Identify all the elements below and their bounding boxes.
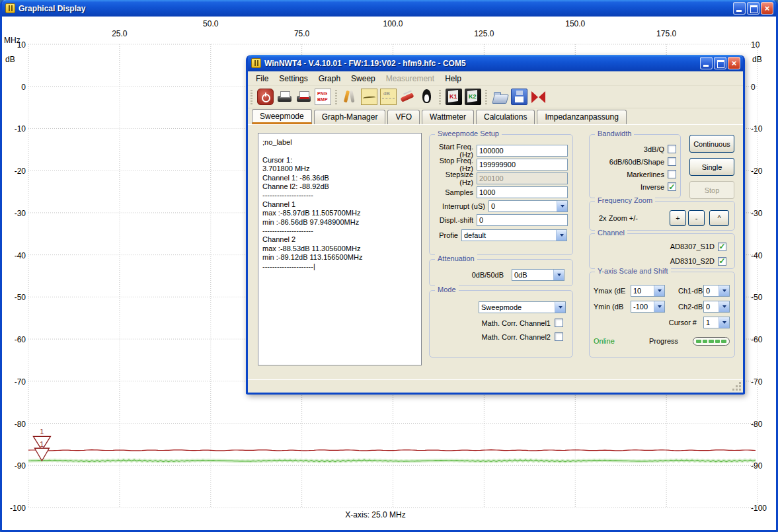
toolbar-drag-handle[interactable] (485, 90, 487, 104)
3db-q-checkbox[interactable]: ✓ (668, 145, 676, 153)
info-line: ---------------------| (262, 262, 417, 271)
dropdown-arrow-icon[interactable] (553, 270, 564, 280)
toolbar-drag-handle[interactable] (439, 90, 441, 104)
menu-help[interactable]: Help (440, 73, 467, 85)
math-corr-channel1-checkbox[interactable]: ✓ (555, 319, 563, 327)
graph-window-icon[interactable] (361, 89, 377, 105)
check-mark-icon: ✓ (668, 184, 675, 190)
graphical-display-title: Graphical Display (19, 4, 733, 13)
dropdown-arrow-icon[interactable] (654, 285, 664, 296)
displ-shift-input[interactable] (477, 214, 568, 226)
zoom-out-button[interactable]: - (688, 210, 705, 226)
settings-wrench-icon[interactable] (342, 89, 358, 105)
y-axis-unit-label-right: dB (752, 55, 762, 64)
stop-freq-input[interactable] (477, 159, 568, 171)
cursor1-marker-channel2[interactable] (34, 448, 49, 461)
x-axis-tick: 150.0 (559, 19, 592, 28)
mode-select[interactable]: Sweepmode (479, 301, 566, 313)
tools-knife-icon[interactable] (399, 89, 416, 105)
tab-graph-manager[interactable]: Graph-Manager (314, 110, 386, 124)
measurement-info-panel[interactable]: ;no_label Cursor 1:3.701800 MHzChannel 1… (258, 133, 422, 365)
tab-wattmeter[interactable]: Wattmeter (422, 110, 474, 124)
menu-file[interactable]: File (251, 73, 274, 85)
math-corr-channel2-checkbox[interactable]: ✓ (555, 332, 563, 341)
open-folder-icon[interactable] (492, 89, 508, 105)
dropdown-arrow-icon[interactable] (557, 201, 567, 211)
dropdown-arrow-icon[interactable] (556, 230, 566, 241)
zoom-factor-label: 2x Zoom +/- (599, 214, 668, 222)
calibrate-k1-icon[interactable] (446, 89, 462, 105)
progress-bar (693, 337, 730, 346)
bandwidth-row: Inverse✓ (590, 180, 680, 193)
toolbar-drag-handle[interactable] (251, 90, 253, 104)
menu-settings[interactable]: Settings (274, 73, 313, 85)
export-image-icon[interactable] (315, 89, 331, 105)
profile-select[interactable]: default (461, 229, 567, 241)
dropdown-arrow-icon[interactable] (719, 285, 729, 296)
attenuation-label: 0dB/50dB (472, 271, 504, 279)
ymax-select[interactable]: 10 (631, 285, 665, 297)
ymin-select[interactable]: -100 (631, 301, 665, 313)
ch2-shift-select[interactable]: 0 (703, 301, 730, 313)
dropdown-arrow-icon[interactable] (654, 301, 664, 312)
print-color-icon[interactable] (295, 89, 312, 105)
minimize-button[interactable] (733, 2, 746, 15)
dropdown-arrow-icon[interactable] (555, 302, 565, 313)
toolbar-drag-handle[interactable] (335, 90, 337, 104)
db-scale-icon[interactable] (380, 89, 397, 105)
cursor-number-select[interactable]: 1 (703, 317, 730, 328)
bandwidth-label: 3dB/Q (644, 145, 664, 153)
ch1-shift-select[interactable]: 0 (703, 285, 730, 297)
ad8307-s1d-checkbox[interactable]: ✓ (718, 243, 726, 251)
continuous-button[interactable]: Continuous (689, 135, 734, 153)
markerlines-checkbox[interactable]: ✓ (668, 170, 676, 178)
winnwt4-titlebar[interactable]: WinNWT4 - V.4.10.01 - FW:1.19:V02 - hfm9… (248, 55, 743, 71)
resize-grip[interactable] (732, 382, 741, 391)
math-corr-channel2-label: Math. Corr. Channel2 (481, 333, 551, 341)
tab-impedanzanpassung[interactable]: Impedanzanpassung (537, 110, 626, 124)
minimize-button[interactable] (700, 57, 713, 69)
tab-sweepmode[interactable]: Sweepmode (252, 109, 312, 124)
samples-input[interactable] (477, 186, 568, 198)
interrupt-select[interactable]: 0 (488, 200, 568, 212)
disconnect-icon[interactable] (530, 89, 547, 105)
y-axis-tick-right: -90 (751, 461, 773, 471)
calibrate-k2-icon[interactable] (465, 89, 481, 105)
math-corr-channel1-label: Math. Corr. Channel1 (481, 319, 551, 327)
y-axis-tick-right: -60 (751, 335, 773, 344)
zoom-reset-button[interactable]: ^ (709, 210, 729, 226)
close-button[interactable]: × (761, 2, 773, 15)
toolbar-group (483, 86, 548, 108)
start-freq-input[interactable] (477, 145, 568, 157)
6db-60db-shape-checkbox[interactable]: ✓ (668, 157, 676, 166)
y-axis-tick-left: -20 (3, 167, 26, 176)
ad8310-s2d-checkbox[interactable]: ✓ (718, 257, 726, 266)
maximize-button[interactable] (747, 2, 759, 15)
power-icon[interactable] (257, 89, 274, 105)
menu-sweep[interactable]: Sweep (346, 73, 381, 85)
menu-graph[interactable]: Graph (313, 73, 346, 85)
print-icon[interactable] (276, 89, 293, 105)
tab-calculations[interactable]: Calculations (476, 110, 535, 124)
dropdown-arrow-icon[interactable] (719, 301, 729, 312)
inverse-checkbox[interactable]: ✓ (668, 182, 676, 191)
graphical-display-titlebar[interactable]: Graphical Display × (2, 0, 776, 17)
channel-group: Channel AD8307_S1D✓AD8310_S2D✓ (589, 233, 735, 269)
single-button[interactable]: Single (689, 158, 734, 176)
maximize-button[interactable] (714, 57, 726, 69)
tab-vfo[interactable]: VFO (387, 110, 420, 124)
save-icon[interactable] (511, 89, 527, 105)
desktop: Graphical Display × 11 MHz dB dB 25.050.… (0, 0, 778, 532)
y-axis-tick-left: 10 (3, 40, 26, 50)
y-axis-scale-group: Y-axis Scale and Shift Ymax (dE 10 Ch1-d… (589, 272, 735, 358)
info-line: min :-89.12dB 113.156500MHz (262, 253, 417, 262)
linux-penguin-icon[interactable] (418, 89, 435, 105)
cursor1-marker-channel1[interactable] (33, 436, 50, 450)
status-bar (248, 379, 743, 393)
profile-value: default (462, 230, 556, 241)
zoom-in-button[interactable]: + (670, 210, 686, 226)
attenuation-select[interactable]: 0dB (512, 269, 564, 281)
dropdown-arrow-icon[interactable] (719, 317, 729, 328)
channel-label: AD8307_S1D (670, 243, 715, 250)
close-button[interactable]: × (728, 57, 740, 69)
